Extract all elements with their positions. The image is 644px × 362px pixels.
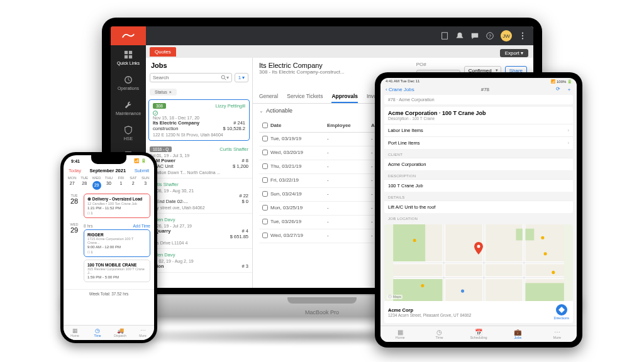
filter-button[interactable]: 1 ▾ bbox=[235, 73, 248, 82]
job-card[interactable]: 308Lizzy Pettingill✓ Nov 15, 18 - Dec 17… bbox=[148, 99, 250, 141]
job-card[interactable]: Curtis Shaffer Jul 08, 19 - Aug 30, 21 #… bbox=[146, 178, 252, 214]
address-row[interactable]: Acme Corp 1234 Acorn Street, Pleasant Gr… bbox=[384, 301, 573, 323]
svg-rect-2 bbox=[125, 55, 128, 58]
svg-point-10 bbox=[522, 35, 523, 36]
svg-point-11 bbox=[522, 38, 523, 39]
svg-rect-3 bbox=[129, 55, 132, 58]
section-value: Lift A/C Unit to the roof bbox=[384, 200, 573, 213]
tab-approvals[interactable]: Approvals bbox=[331, 90, 358, 103]
user-avatar[interactable]: JW bbox=[501, 30, 512, 41]
svg-rect-17 bbox=[524, 283, 564, 302]
svg-rect-15 bbox=[393, 224, 425, 261]
row-labor[interactable]: Labor Line Items› bbox=[384, 124, 573, 136]
weekday[interactable]: WED29 bbox=[91, 176, 103, 190]
svg-point-23 bbox=[461, 290, 464, 293]
status-chip[interactable]: Status × bbox=[150, 89, 177, 96]
job-map[interactable]: ⓘ Maps bbox=[384, 224, 573, 301]
job-card[interactable]: Dallen Davy Aug 02, 19 - Aug 2, 19 uctio… bbox=[146, 249, 252, 273]
tab-general[interactable]: General bbox=[259, 90, 278, 103]
refresh-icon[interactable]: ⟳ bbox=[556, 86, 560, 93]
phone-tab-more[interactable]: ⋯More bbox=[131, 326, 154, 340]
section-label: DETAILS bbox=[380, 192, 577, 200]
svg-point-20 bbox=[541, 236, 544, 239]
top-bar: ? JW bbox=[146, 26, 533, 45]
ipad-device: 4:41 AM Tue Dec 11📶 100% 🔋 ‹ Crane Jobs … bbox=[375, 72, 582, 348]
nav-quick-links[interactable]: Quick Links bbox=[111, 45, 146, 70]
bell-icon[interactable] bbox=[455, 31, 464, 40]
time-card[interactable]: RIGGER1715 Acme Corporation 100 T Crane.… bbox=[84, 229, 150, 257]
month-label[interactable]: September 2021 bbox=[90, 168, 126, 173]
loc-label: JOB LOCATION bbox=[380, 213, 577, 222]
nav-title: #78 bbox=[414, 87, 556, 92]
back-button[interactable]: ‹ Crane Jobs bbox=[386, 87, 414, 92]
tab-quotes[interactable]: Quotes bbox=[150, 47, 176, 57]
po-label: PO# bbox=[416, 62, 460, 67]
macbook-label: MacBook Pro bbox=[305, 309, 339, 315]
section-value: 100 T Crane Job bbox=[384, 179, 573, 192]
ipad-tab-home[interactable]: ▦Home bbox=[380, 326, 419, 342]
brand-logo[interactable] bbox=[111, 26, 146, 45]
section-value: Acme Corporation bbox=[384, 158, 573, 170]
job-card[interactable]: Dallen Davy Jul 26, 19 - Jul 27, 19 te Q… bbox=[146, 214, 252, 249]
section-label: DESCRIPTION bbox=[380, 170, 577, 179]
jobs-panel: Jobs ▾ 1 ▾ Status × 308Lizzy Pettingill✓… bbox=[146, 58, 253, 288]
nav-maintenance[interactable]: Maintenance bbox=[111, 96, 146, 121]
svg-rect-0 bbox=[125, 51, 128, 54]
tab-service-tickets[interactable]: Service Tickets bbox=[287, 90, 323, 103]
today-link[interactable]: Today bbox=[69, 168, 81, 173]
phone-tab-home[interactable]: ▦Home bbox=[64, 326, 86, 340]
company-title: Its Electric Company bbox=[259, 62, 345, 69]
time-card[interactable]: ⊗ Delivery - Oversized Load12 Candles • … bbox=[84, 194, 150, 218]
section-label: CLIENT bbox=[380, 149, 577, 158]
nav-operations[interactable]: Operations bbox=[111, 70, 146, 96]
add-icon[interactable]: ＋ bbox=[567, 86, 572, 93]
phone-tab-time[interactable]: ◷Time bbox=[86, 326, 109, 340]
phone-device: 9:41 📶 🔋 Today September 2021 Submit MON… bbox=[60, 152, 157, 343]
ipad-tab-jobs[interactable]: 💼Jobs bbox=[498, 326, 537, 342]
submit-link[interactable]: Submit bbox=[135, 168, 149, 173]
search-icon bbox=[221, 75, 226, 80]
svg-point-25 bbox=[477, 244, 480, 248]
svg-rect-1 bbox=[129, 51, 132, 54]
svg-text:?: ? bbox=[489, 34, 491, 38]
svg-point-9 bbox=[522, 32, 523, 33]
svg-point-22 bbox=[552, 271, 555, 274]
more-icon[interactable] bbox=[518, 31, 527, 40]
chat-icon[interactable] bbox=[470, 31, 479, 40]
map-attribution: ⓘ Maps bbox=[387, 295, 402, 299]
map-pin-icon bbox=[473, 242, 484, 258]
help-icon[interactable]: ? bbox=[486, 31, 494, 40]
select-all-checkbox[interactable] bbox=[262, 123, 268, 128]
phone-tab-dispatch[interactable]: 🚚Dispatch bbox=[109, 326, 131, 340]
week-total: Week Total: 37.52 hrs bbox=[64, 289, 154, 298]
svg-rect-6 bbox=[442, 33, 448, 40]
row-port[interactable]: Port Line Items› bbox=[384, 136, 573, 149]
weekday[interactable]: SUN3 bbox=[140, 176, 152, 190]
job-pill: #78 · Acme Corporation bbox=[384, 95, 573, 104]
weekday[interactable]: MON27 bbox=[66, 176, 78, 190]
doc-icon[interactable] bbox=[440, 31, 449, 40]
weekday[interactable]: SAT2 bbox=[127, 176, 139, 190]
jobs-title: Jobs bbox=[146, 58, 252, 73]
weekday[interactable]: FRI1 bbox=[115, 176, 127, 190]
directions-button[interactable]: Directions bbox=[554, 304, 569, 320]
svg-point-21 bbox=[544, 252, 547, 255]
ipad-tab-time[interactable]: ◷Time bbox=[419, 326, 458, 342]
nav-hse[interactable]: HSE bbox=[111, 121, 146, 146]
search-input[interactable]: ▾ bbox=[150, 73, 232, 82]
job-card[interactable]: 1016 - QCurtis Shaffer Jul 01, 19 - Jul … bbox=[146, 143, 252, 178]
time-card[interactable]: 100 TON MOBILE CRANE315 Review Corporati… bbox=[84, 260, 150, 282]
svg-point-12 bbox=[221, 75, 225, 79]
weekday[interactable]: TUE28 bbox=[78, 176, 90, 190]
svg-point-19 bbox=[413, 239, 416, 242]
export-button[interactable]: Export ▾ bbox=[500, 49, 528, 57]
weekday[interactable]: THU30 bbox=[103, 176, 114, 190]
company-subtitle: 308 - Its Electric Company-construct... bbox=[259, 69, 345, 75]
add-time-link[interactable]: Add Time bbox=[133, 224, 150, 228]
ipad-tab-scheduling[interactable]: 📅Scheduling bbox=[459, 326, 498, 342]
job-title: Acme Corporation · 100 T Crane Job Descr… bbox=[384, 107, 573, 124]
svg-point-24 bbox=[421, 284, 424, 287]
ipad-status-bar: 4:41 AM Tue Dec 11📶 100% 🔋 bbox=[380, 78, 577, 84]
ipad-tab-more[interactable]: ⋯More bbox=[538, 326, 577, 342]
